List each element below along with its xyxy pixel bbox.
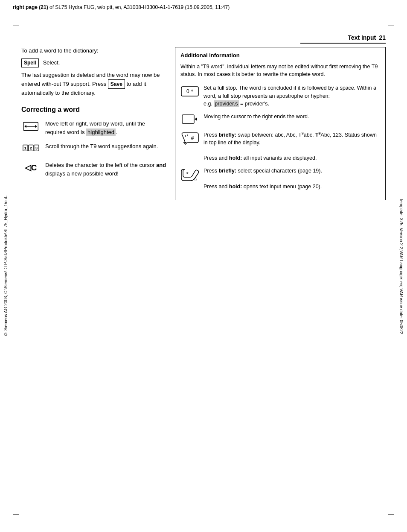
zero-plus-icon-cell: 0 + <box>180 85 199 99</box>
scroll-t9-icon-cell: 1 2 3 <box>21 143 40 155</box>
svg-text:3: 3 <box>35 146 38 150</box>
star-icon: * △ <box>180 168 199 183</box>
info-row3b-bold: hold: <box>229 155 242 161</box>
info-box: Additional information Within a "T9 word… <box>175 47 386 200</box>
spell-action-text: Select. <box>43 59 60 67</box>
correcting-row-1-text: Move left or right, word by word, until … <box>45 120 166 136</box>
info-row4-bold: briefly: <box>218 168 236 174</box>
row3-text-1: Deletes the character to the left of the… <box>45 162 156 168</box>
svg-text:1: 1 <box>24 146 27 150</box>
info-row1-example-post: = provider's. <box>239 101 270 107</box>
page-title: Text input <box>348 34 376 41</box>
svg-text:2: 2 <box>30 146 32 150</box>
info-row-1: 0 + Set a full stop. The word is conclud… <box>180 84 380 107</box>
svg-marker-15 <box>195 117 197 121</box>
svg-text:◁C: ◁C <box>24 163 37 172</box>
info-row3-text-2: swap between: abc, Abc, <box>236 132 298 138</box>
top-header: right page (21) of SL75 Hydra FUG, w/o p… <box>13 4 394 10</box>
row3-bold: and <box>156 162 166 168</box>
svg-marker-2 <box>24 125 26 128</box>
info-row3-text-1: Press <box>204 132 218 138</box>
correcting-row-1: Move left or right, word by word, until … <box>21 120 166 136</box>
header-text: right page (21) of SL75 Hydra FUG, w/o p… <box>13 4 230 10</box>
correcting-row-3-text: Deletes the character to the left of the… <box>45 161 166 178</box>
star-icon-cell: * △ <box>180 168 199 183</box>
info-row4b-bold: hold: <box>229 184 242 190</box>
sidebar-left: © Siemens AG 2003, C:\Siemens\DTP-Satz\P… <box>0 0 12 532</box>
h-mark-left-top <box>13 26 19 26</box>
svg-text:*: * <box>186 171 188 177</box>
info-row-2-text: Moving the cursor to the right ends the … <box>204 113 380 120</box>
row3-text-2: displays a new possible word! <box>45 170 119 177</box>
move-lr-icon-cell <box>21 120 40 132</box>
provider-highlight: provider.s <box>214 100 238 107</box>
correcting-row-2: 1 2 3 Scroll through the T9 word suggest… <box>21 142 166 155</box>
h-mark-right-top <box>388 26 394 26</box>
svg-text:△: △ <box>194 176 197 181</box>
info-row-4-text: Press briefly: select special characters… <box>204 167 380 190</box>
right-column: Additional information Within a "T9 word… <box>175 47 386 498</box>
page-container: right page (21) of SL75 Hydra FUG, w/o p… <box>0 0 407 532</box>
info-row4-text-1: Press <box>204 168 218 174</box>
info-row3-t9abc2: T9 <box>315 132 321 138</box>
page-title-area: Text input 21 <box>300 34 386 44</box>
svg-rect-11 <box>181 87 198 96</box>
correcting-row-2-text: Scroll through the T9 word suggestions a… <box>45 142 166 151</box>
main-content: To add a word to the dictionary: Spell S… <box>21 47 386 498</box>
sidebar-right-text: Template: X75, Version 2.2;VAR Language:… <box>398 198 404 334</box>
add-word-title: To add a word to the dictionary: <box>21 47 166 55</box>
highlighted-word: highlighted <box>86 129 116 136</box>
scroll-t9-icon: 1 2 3 <box>23 143 39 155</box>
svg-rect-14 <box>182 115 194 123</box>
info-row3b-text-2: all input variants are displayed. <box>242 155 317 161</box>
info-row4b-text-2: opens text input menu (page 20). <box>242 184 322 190</box>
spell-row: Spell Select. <box>21 58 166 67</box>
last-suggestion-text: The last suggestion is deleted and the w… <box>21 71 166 97</box>
info-row4b-text-1: Press and <box>204 184 229 190</box>
info-box-intro: Within a "T9 word", individual letters m… <box>180 63 380 78</box>
bottom-mark-left <box>13 514 19 515</box>
move-lr-icon <box>23 120 39 132</box>
info-row-3: # ↵ Press briefly: swap between: abc, Ab… <box>180 131 380 162</box>
svg-text:↵: ↵ <box>185 133 189 138</box>
header-rest: of SL75 Hydra FUG, w/o ptt, en, A31008-H… <box>48 4 230 10</box>
corner-line-left <box>13 13 13 21</box>
add-word-section: To add a word to the dictionary: Spell S… <box>21 47 166 97</box>
page-number: 21 <box>379 34 386 41</box>
info-row-4: * △ Press briefly: select special charac… <box>180 167 380 190</box>
sidebar-right: Template: X75, Version 2.2;VAR Language:… <box>395 0 407 532</box>
svg-text:+: + <box>191 88 193 93</box>
delete-icon: ◁C <box>23 162 39 174</box>
info-row4-text-2: select special characters (page 19). <box>236 168 322 174</box>
header-bold: right page (21) <box>13 4 48 10</box>
svg-text:0: 0 <box>186 88 189 94</box>
corner-line-right <box>394 13 394 21</box>
info-row3-text-3: abc, <box>304 132 315 138</box>
bottom-mark-right <box>388 514 394 515</box>
info-row3-t9abc: T9 <box>298 132 304 138</box>
info-row-3-text: Press briefly: swap between: abc, Abc, T… <box>204 131 380 162</box>
save-key-badge: Save <box>108 79 125 89</box>
bottom-vline-right <box>394 515 394 523</box>
info-box-title: Additional information <box>180 52 380 59</box>
svg-text:#: # <box>191 135 194 141</box>
info-row-1-text: Set a full stop. The word is concluded i… <box>204 84 380 107</box>
correcting-row-3: ◁C Deletes the character to the left of … <box>21 161 166 178</box>
info-row3-bold: briefly: <box>218 132 236 138</box>
hash-icon-cell: # ↵ <box>180 132 199 145</box>
bottom-vline-left <box>13 515 13 523</box>
info-row1-text: Set a full stop. The word is concluded i… <box>204 85 376 99</box>
info-row1-example-pre: e.g. <box>204 101 214 107</box>
info-row-2: Moving the cursor to the right ends the … <box>180 113 380 126</box>
svg-marker-3 <box>35 125 37 128</box>
correcting-heading: Correcting a word <box>21 105 166 114</box>
info-row3b-text-1: Press and <box>204 155 229 161</box>
sidebar-left-text: © Siemens AG 2003, C:\Siemens\DTP-Satz\P… <box>3 196 9 336</box>
left-column: To add a word to the dictionary: Spell S… <box>21 47 166 498</box>
row1-text-end: . <box>116 129 117 135</box>
spell-key-badge: Spell <box>21 58 39 67</box>
hash-icon: # ↵ <box>180 132 199 145</box>
zero-plus-icon: 0 + <box>180 85 199 99</box>
cursor-right-icon-cell <box>180 114 199 126</box>
cursor-right-icon <box>182 114 198 126</box>
